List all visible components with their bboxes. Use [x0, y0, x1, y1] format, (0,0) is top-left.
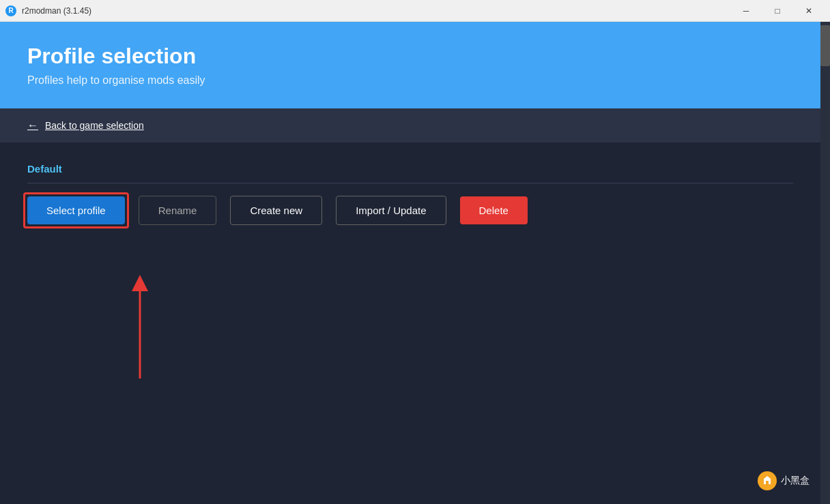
watermark-icon — [758, 471, 777, 490]
import-update-button[interactable]: Import / Update — [336, 196, 446, 225]
maximize-button[interactable]: □ — [762, 0, 793, 22]
titlebar-title: r2modman (3.1.45) — [22, 6, 91, 16]
divider — [27, 183, 793, 183]
back-link-label: Back to game selection — [45, 120, 144, 131]
scrollbar-thumb[interactable] — [820, 25, 830, 66]
create-new-button[interactable]: Create new — [230, 196, 322, 225]
header-title: Profile selection — [27, 44, 793, 69]
rename-button[interactable]: Rename — [139, 196, 217, 225]
minimize-button[interactable]: ─ — [730, 0, 762, 22]
header-subtitle: Profiles help to organise mods easily — [27, 74, 793, 87]
app-icon: R — [5, 5, 16, 16]
delete-button[interactable]: Delete — [460, 196, 528, 224]
nav-bar: ← Back to game selection — [0, 108, 820, 143]
titlebar-left: R r2modman (3.1.45) — [5, 5, 91, 16]
watermark-text: 小黑盒 — [781, 475, 810, 487]
scrollbar-track — [820, 22, 830, 504]
back-arrow-icon: ← — [27, 119, 38, 132]
content-area: Default Select profile Rename Create new… — [0, 143, 820, 504]
profile-row: Select profile Rename Create new Import … — [27, 196, 793, 225]
titlebar: R r2modman (3.1.45) ─ □ ✕ — [0, 0, 830, 22]
select-profile-wrapper: Select profile — [27, 196, 125, 224]
titlebar-controls: ─ □ ✕ — [730, 0, 825, 22]
header-banner: Profile selection Profiles help to organ… — [0, 22, 820, 108]
select-profile-button[interactable]: Select profile — [27, 196, 125, 224]
profile-name-label: Default — [27, 163, 793, 175]
watermark: 小黑盒 — [758, 471, 810, 490]
back-to-game-selection-link[interactable]: ← Back to game selection — [27, 119, 793, 132]
close-button[interactable]: ✕ — [793, 0, 825, 22]
main-content: Profile selection Profiles help to organ… — [0, 22, 820, 504]
